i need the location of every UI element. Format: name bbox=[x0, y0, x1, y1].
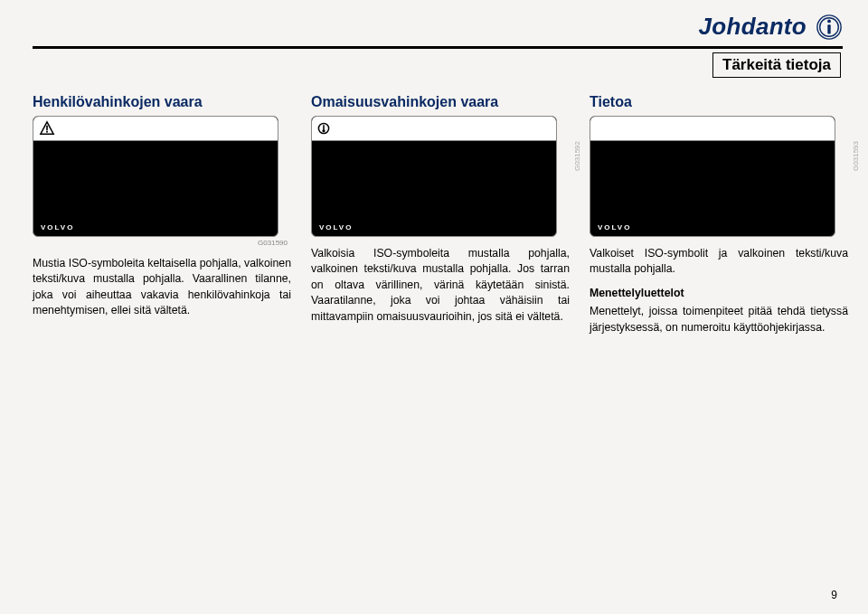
col3-subhead: Menettelyluettelot bbox=[590, 287, 684, 299]
info-icon bbox=[816, 14, 843, 41]
svg-point-9 bbox=[323, 130, 325, 132]
volvo-logo: VOLVO bbox=[41, 223, 74, 231]
volvo-logo: VOLVO bbox=[319, 223, 353, 231]
svg-point-2 bbox=[827, 19, 831, 23]
col3-body1: Valkoiset ISO-symbolit ja valkoinen teks… bbox=[590, 246, 848, 278]
svg-rect-3 bbox=[827, 24, 830, 33]
col3-body2: Menettelyt, joissa toimenpiteet pitää te… bbox=[590, 304, 848, 335]
page-number: 9 bbox=[831, 589, 837, 601]
page-title: Johdanto bbox=[699, 13, 807, 41]
col1-heading: Henkilövahinkojen vaara bbox=[33, 94, 291, 110]
svg-point-6 bbox=[46, 131, 48, 133]
sub-title: Tärkeitä tietoja bbox=[712, 52, 841, 78]
col3-heading: Tietoa bbox=[590, 94, 848, 110]
col2-body: Valkoisia ISO-symboleita mustalla pohjal… bbox=[311, 246, 570, 325]
figure-label: G031590 bbox=[33, 239, 291, 247]
warning-triangle-icon bbox=[39, 120, 55, 137]
figure-label: G031593 bbox=[852, 141, 860, 171]
col1-body: Mustia ISO-symboleita keltaisella pohjal… bbox=[33, 256, 291, 319]
col2-heading: Omaisuusvahinkojen vaara bbox=[311, 94, 570, 110]
volvo-logo: VOLVO bbox=[598, 223, 631, 231]
warning-panel: VOLVO bbox=[33, 116, 278, 237]
divider bbox=[33, 46, 843, 49]
caution-circle-icon bbox=[317, 122, 330, 135]
figure-label: G031592 bbox=[573, 141, 581, 171]
info-panel: VOLVO bbox=[590, 116, 835, 237]
caution-panel: VOLVO bbox=[311, 116, 557, 237]
